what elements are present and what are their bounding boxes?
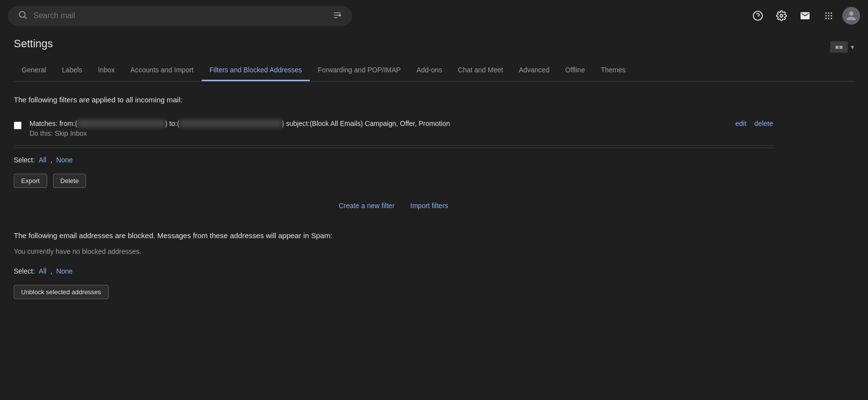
edit-filter-link[interactable]: edit — [735, 120, 747, 127]
view-selector[interactable]: ■■ ▾ — [830, 41, 854, 53]
matches-prefix: Matches: from:( — [30, 120, 77, 127]
import-filters-link[interactable]: Import filters — [410, 202, 448, 210]
matches-middle: ) to:( — [165, 120, 180, 127]
no-blocked-msg: You currently have no blocked addresses. — [14, 247, 773, 255]
mail-button[interactable] — [795, 6, 815, 26]
select-all-link-2[interactable]: All — [39, 267, 47, 275]
svg-point-13 — [828, 15, 830, 17]
select-row-2: Select: All , None — [14, 261, 773, 281]
svg-point-17 — [831, 18, 832, 19]
svg-point-10 — [828, 12, 830, 14]
tab-general[interactable]: General — [14, 60, 54, 81]
tab-addons[interactable]: Add-ons — [409, 60, 450, 81]
chevron-down-icon: ▾ — [851, 43, 854, 51]
unblock-actions: Unblock selected addresses — [14, 281, 773, 303]
filter-row: Matches: from:(██████████████████) to:(█… — [14, 112, 773, 146]
svg-point-0 — [19, 11, 25, 17]
create-filter-link[interactable]: Create a new filter — [339, 202, 395, 210]
filter-actions: Export Delete — [14, 170, 773, 192]
tab-advanced[interactable]: Advanced — [511, 60, 557, 81]
search-icon — [18, 10, 28, 22]
delete-filter-link[interactable]: delete — [754, 120, 773, 127]
unblock-button[interactable]: Unblock selected addresses — [14, 285, 109, 299]
settings-tabs: General Labels Inbox Accounts and Import… — [14, 60, 854, 82]
tab-labels[interactable]: Labels — [54, 60, 90, 81]
select-none-link[interactable]: None — [56, 156, 72, 164]
svg-point-12 — [825, 15, 827, 17]
svg-point-14 — [831, 15, 832, 17]
select-label: Select: — [14, 156, 35, 164]
filter-to-blurred: █████████████████████ — [180, 120, 282, 127]
view-label: ■■ — [830, 41, 848, 53]
select-all-link[interactable]: All — [39, 156, 47, 164]
filter-icon[interactable] — [332, 10, 342, 22]
tab-accounts[interactable]: Accounts and Import — [122, 60, 201, 81]
tab-offline[interactable]: Offline — [557, 60, 593, 81]
svg-point-5 — [339, 14, 340, 16]
filter-from-blurred: ██████████████████ — [77, 120, 165, 127]
svg-point-8 — [780, 14, 783, 17]
select-separator-2: , — [50, 267, 52, 275]
export-button[interactable]: Export — [14, 174, 47, 188]
select-row: Select: All , None — [14, 150, 773, 170]
blocked-section: The following email addresses are blocke… — [14, 231, 773, 303]
tab-themes[interactable]: Themes — [593, 60, 633, 81]
search-input[interactable] — [33, 11, 327, 20]
help-button[interactable] — [748, 6, 768, 26]
svg-line-1 — [25, 16, 27, 19]
svg-point-11 — [831, 12, 832, 14]
select-separator: , — [50, 156, 52, 164]
filter-matches: Matches: from:(██████████████████) to:(█… — [30, 120, 727, 127]
apps-button[interactable] — [819, 6, 838, 26]
tab-chat[interactable]: Chat and Meet — [450, 60, 511, 81]
matches-suffix: ) subject:(Block All Emails) Campaign, O… — [282, 120, 450, 127]
tab-inbox[interactable]: Inbox — [90, 60, 122, 81]
blocked-heading: The following email addresses are blocke… — [14, 231, 773, 240]
tab-filters[interactable]: Filters and Blocked Addresses — [202, 60, 310, 81]
svg-point-9 — [825, 12, 827, 14]
filter-checkbox[interactable] — [14, 122, 22, 129]
select-none-link-2[interactable]: None — [56, 267, 72, 275]
settings-header: Settings ■■ ▾ General Labels Inbox Accou… — [0, 31, 868, 82]
top-bar — [0, 0, 868, 31]
main-content: The following filters are applied to all… — [0, 82, 787, 317]
page-title: Settings — [14, 37, 53, 50]
filter-create-row: Create a new filter Import filters — [14, 192, 773, 219]
svg-point-16 — [828, 18, 830, 19]
settings-button[interactable] — [772, 6, 791, 26]
filter-action: Do this: Skip Inbox — [30, 129, 727, 137]
filter-details: Matches: from:(██████████████████) to:(█… — [30, 120, 727, 137]
tab-forwarding[interactable]: Forwarding and POP/IMAP — [310, 60, 409, 81]
filter-links: edit delete — [735, 120, 773, 127]
filters-heading: The following filters are applied to all… — [14, 95, 773, 104]
svg-point-15 — [825, 18, 827, 19]
select-label-2: Select: — [14, 267, 35, 275]
search-area — [8, 6, 352, 26]
avatar[interactable] — [842, 7, 860, 25]
filter-divider — [14, 148, 773, 148]
top-bar-right — [748, 6, 860, 26]
delete-button[interactable]: Delete — [53, 174, 87, 188]
